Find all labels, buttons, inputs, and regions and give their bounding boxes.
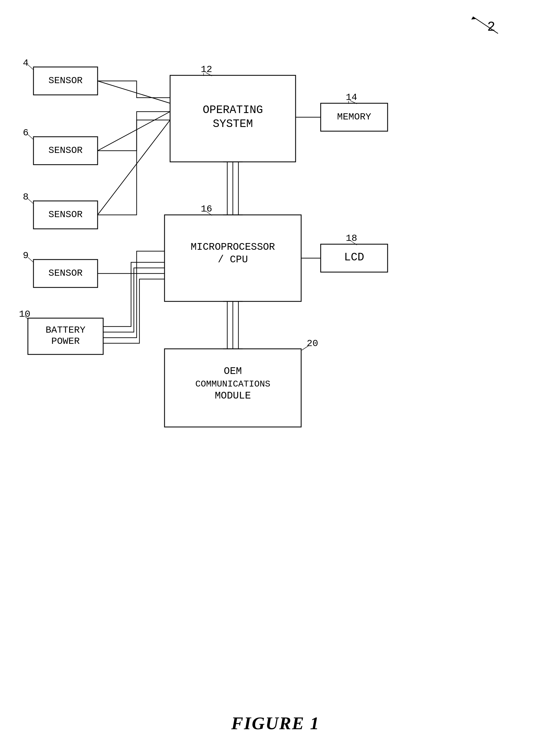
svg-line-17 <box>28 257 33 262</box>
battery-line2: POWER <box>51 336 80 346</box>
ref10: 10 <box>19 309 30 319</box>
cpu-line2: / CPU <box>218 254 248 265</box>
ref4: 4 <box>23 58 28 68</box>
svg-line-14 <box>28 65 33 70</box>
oem-line2: COMMUNICATIONS <box>195 379 270 389</box>
battery-line1: BATTERY <box>46 325 86 335</box>
sensor6-label: SENSOR <box>48 145 82 156</box>
ref8: 8 <box>23 192 28 202</box>
figure-caption: FIGURE 1 <box>231 713 320 734</box>
ref12: 12 <box>201 64 212 75</box>
os-line2: SYSTEM <box>213 118 253 130</box>
os-line1: OPERATING <box>203 104 263 116</box>
ref18: 18 <box>346 233 357 244</box>
ref6: 6 <box>23 128 28 138</box>
svg-line-25 <box>98 111 170 151</box>
lcd-label: LCD <box>344 251 364 264</box>
sensor8-label: SENSOR <box>48 209 82 220</box>
fig-number-arrow <box>467 14 501 36</box>
svg-line-15 <box>28 135 33 140</box>
ref16: 16 <box>201 204 212 214</box>
diagram-svg: SENSOR SENSOR SENSOR SENSOR BATTERY POWE… <box>11 33 443 508</box>
oem-line1: OEM <box>224 365 242 377</box>
svg-line-16 <box>28 199 33 204</box>
svg-line-26 <box>98 120 170 215</box>
sensor9-label: SENSOR <box>48 268 82 278</box>
memory-label: MEMORY <box>337 111 371 122</box>
svg-line-0 <box>473 17 498 33</box>
ref20: 20 <box>307 338 318 349</box>
sensor4-label: SENSOR <box>48 75 82 86</box>
svg-line-24 <box>98 81 170 103</box>
ref9: 9 <box>23 250 28 261</box>
oem-line3: MODULE <box>215 390 251 402</box>
cpu-line1: MICROPROCESSOR <box>191 241 275 253</box>
